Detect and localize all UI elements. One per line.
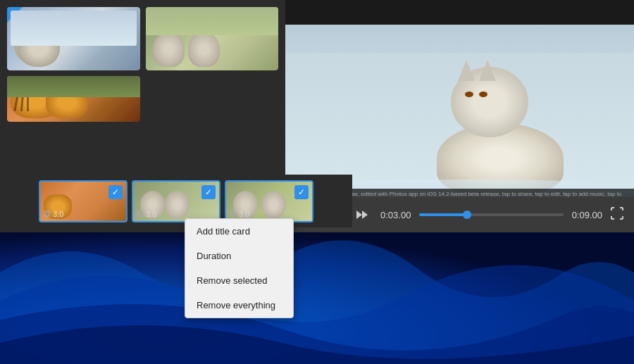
context-menu-item-duration[interactable]: Duration bbox=[185, 244, 293, 268]
step-forward-button[interactable] bbox=[352, 205, 372, 225]
current-time: 0:03.00 bbox=[380, 210, 411, 220]
progress-fill bbox=[419, 213, 466, 216]
wallpaper-background bbox=[0, 216, 634, 364]
context-menu-item-remove-everything[interactable]: Remove everything bbox=[185, 293, 293, 318]
thumbnail-1[interactable] bbox=[7, 7, 140, 70]
timeline-clip-2[interactable]: ✓ 🖼 3.0 bbox=[132, 180, 220, 222]
timeline-check-1: ✓ bbox=[108, 185, 123, 199]
progress-bar[interactable] bbox=[419, 213, 563, 216]
timeline-clip-3[interactable]: ✓ 🖼 3.0 bbox=[225, 180, 313, 222]
context-menu-item-remove-selected[interactable]: Remove selected bbox=[185, 268, 293, 293]
context-menu: Add title card Duration Remove selected … bbox=[185, 218, 294, 318]
timeline-duration-2: 🖼 3.0 bbox=[137, 210, 156, 218]
thumbnail-3[interactable] bbox=[7, 76, 140, 122]
progress-thumb bbox=[463, 211, 471, 219]
thumbnail-2[interactable] bbox=[146, 7, 279, 70]
svg-marker-4 bbox=[356, 211, 362, 219]
fullscreen-button[interactable] bbox=[611, 207, 623, 222]
timeline-strip: ✓ 🖼 3.0 ✓ 🖼 3.0 ✓ 🖼 3.0 bbox=[0, 175, 352, 227]
timeline-duration-1: 🖼 3.0 bbox=[44, 210, 63, 218]
svg-marker-5 bbox=[362, 211, 368, 219]
total-time: 0:09.00 bbox=[572, 210, 602, 220]
timeline-check-2: ✓ bbox=[201, 185, 216, 199]
timeline-clip-1[interactable]: ✓ 🖼 3.0 bbox=[39, 180, 128, 222]
progress-container[interactable] bbox=[419, 213, 563, 216]
timeline-check-3: ✓ bbox=[294, 185, 309, 199]
timeline-duration-3: 🖼 3.0 bbox=[230, 210, 249, 218]
context-menu-item-add-title-card[interactable]: Add title card bbox=[185, 219, 293, 244]
